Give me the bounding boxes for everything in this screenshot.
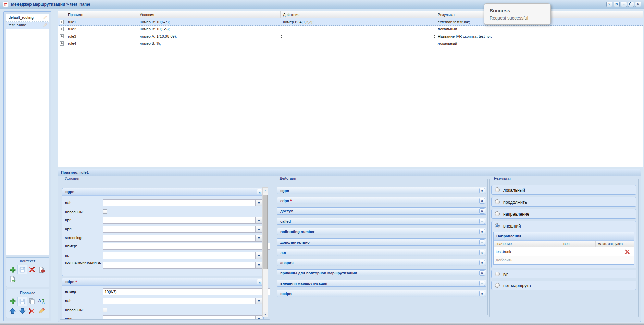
cell-actions-focused[interactable] bbox=[281, 33, 435, 40]
expand-icon[interactable]: » bbox=[479, 270, 485, 276]
column-header-max-load[interactable]: макс. загрузка bbox=[596, 240, 624, 247]
expand-icon[interactable]: » bbox=[479, 188, 485, 193]
table-row[interactable]: rule3 номер A: 1(10,08-09); Название IVR… bbox=[58, 33, 643, 40]
expand-icon[interactable]: » bbox=[479, 260, 485, 265]
expand-icon[interactable]: » bbox=[479, 198, 485, 204]
chevron-down-icon[interactable] bbox=[255, 252, 262, 259]
action-section-called[interactable]: called » bbox=[277, 218, 486, 225]
copy-rule-button[interactable] bbox=[27, 297, 37, 306]
chevron-down-icon[interactable] bbox=[255, 200, 262, 206]
radio-selected-icon[interactable] bbox=[495, 223, 500, 228]
expand-icon[interactable]: » bbox=[479, 219, 485, 224]
chevron-down-icon[interactable] bbox=[255, 298, 262, 304]
apri-combo[interactable] bbox=[103, 226, 262, 233]
collapse-icon[interactable]: » bbox=[257, 189, 262, 194]
cdpn-incomplete-checkbox[interactable] bbox=[103, 308, 107, 312]
cdpn-section-header[interactable]: cdpn* » bbox=[62, 278, 263, 286]
action-section-external-routing[interactable]: внешняя маршрутизация » bbox=[277, 280, 486, 287]
rename-rule-button[interactable]: AB bbox=[37, 297, 46, 306]
ni-input[interactable] bbox=[103, 252, 262, 259]
radio-icon[interactable] bbox=[495, 283, 500, 288]
action-section-log[interactable]: лог » bbox=[277, 249, 486, 256]
minimize-button[interactable]: – bbox=[621, 2, 627, 7]
export-context-button[interactable] bbox=[8, 274, 17, 284]
cdpn-inni-combo[interactable] bbox=[103, 315, 262, 320]
sidebar-item-test-name[interactable]: test_name bbox=[6, 22, 49, 29]
row-expander[interactable] bbox=[58, 26, 65, 32]
move-down-rule-button[interactable] bbox=[17, 306, 27, 316]
import-context-button[interactable] bbox=[37, 265, 46, 274]
radio-icon[interactable] bbox=[495, 199, 500, 204]
table-row[interactable]: rule4 номер B: %; локальный bbox=[58, 40, 643, 47]
column-header-value[interactable]: значение bbox=[494, 240, 561, 247]
cdpn-inni-input[interactable] bbox=[103, 315, 262, 320]
sidebar-item-default-routing[interactable]: default_routing bbox=[6, 14, 49, 22]
chevron-down-icon[interactable] bbox=[255, 217, 262, 223]
result-option-external[interactable]: внешний Направления значение вес макс. з… bbox=[491, 221, 636, 268]
restore-button[interactable] bbox=[628, 2, 634, 7]
scroll-up-icon[interactable]: ▲ bbox=[263, 188, 268, 193]
collapse-icon[interactable]: » bbox=[257, 279, 262, 284]
column-header-conditions[interactable]: Условия bbox=[137, 11, 281, 18]
screening-input[interactable] bbox=[103, 235, 262, 242]
result-option-no-route[interactable]: нет маршрута bbox=[491, 281, 636, 290]
add-rule-button[interactable] bbox=[8, 297, 17, 306]
scrollbar-thumb[interactable] bbox=[263, 195, 268, 269]
action-section-rerouting-reasons[interactable]: причины для повторной маршрутизации » bbox=[277, 269, 486, 276]
cdpn-nai-combo[interactable] bbox=[103, 298, 262, 304]
scroll-down-icon[interactable]: ▼ bbox=[263, 312, 268, 317]
number-input[interactable] bbox=[103, 243, 270, 250]
expand-icon[interactable]: » bbox=[479, 208, 485, 214]
row-expander[interactable] bbox=[58, 40, 65, 47]
monitoring-group-input[interactable] bbox=[103, 262, 262, 269]
refresh-button[interactable]: ↻ bbox=[614, 2, 620, 7]
result-option-local[interactable]: локальный bbox=[491, 185, 636, 195]
result-option-direction[interactable]: направление bbox=[491, 209, 636, 219]
action-section-ocdpn[interactable]: ocdpn » bbox=[277, 290, 486, 297]
action-section-failure[interactable]: авария » bbox=[277, 259, 486, 266]
chevron-down-icon[interactable] bbox=[255, 226, 262, 232]
cgpn-section-header[interactable]: cgpn » bbox=[62, 188, 263, 196]
add-direction-row[interactable]: Добавить... bbox=[494, 256, 634, 264]
close-button[interactable]: × bbox=[635, 2, 641, 7]
row-expander[interactable] bbox=[58, 33, 65, 40]
edit-rule-button[interactable] bbox=[37, 306, 46, 316]
table-row[interactable]: rule1 номер B: 10(6-7); номер B: 4{1,2,3… bbox=[58, 18, 643, 26]
conditions-scrollbar[interactable]: ▲ ▼ bbox=[262, 187, 268, 317]
expand-icon[interactable]: » bbox=[479, 250, 485, 255]
save-rule-button[interactable] bbox=[17, 297, 27, 306]
chevron-down-icon[interactable] bbox=[255, 235, 262, 241]
incomplete-checkbox[interactable] bbox=[103, 209, 107, 214]
radio-icon[interactable] bbox=[495, 211, 500, 216]
delete-rule-button[interactable] bbox=[27, 306, 37, 316]
expand-icon[interactable]: » bbox=[479, 239, 485, 245]
column-header-actions[interactable]: Действия bbox=[281, 11, 435, 18]
result-option-continue[interactable]: продолжить bbox=[491, 197, 636, 207]
delete-context-button[interactable] bbox=[27, 265, 37, 274]
expand-icon[interactable]: » bbox=[479, 291, 485, 296]
edit-pencil-icon[interactable] bbox=[42, 23, 47, 30]
monitoring-group-combo[interactable] bbox=[103, 262, 262, 269]
expand-icon[interactable]: » bbox=[479, 229, 485, 234]
action-section-cgpn[interactable]: cgpn » bbox=[277, 187, 486, 194]
column-header-weight[interactable]: вес bbox=[561, 240, 596, 247]
npi-combo[interactable] bbox=[103, 217, 262, 224]
chevron-down-icon[interactable] bbox=[255, 316, 262, 320]
column-header-rule[interactable]: Правило bbox=[65, 11, 137, 18]
edit-pencil-icon[interactable] bbox=[42, 15, 47, 22]
delete-direction-button[interactable] bbox=[624, 249, 631, 255]
apri-input[interactable] bbox=[103, 226, 262, 233]
action-section-access[interactable]: доступ » bbox=[277, 207, 486, 214]
save-context-button[interactable] bbox=[17, 265, 27, 274]
add-context-button[interactable] bbox=[8, 265, 17, 274]
ni-combo[interactable] bbox=[103, 252, 262, 259]
nai-combo[interactable] bbox=[103, 199, 262, 206]
radio-icon[interactable] bbox=[495, 187, 500, 192]
screening-combo[interactable] bbox=[103, 235, 262, 242]
table-row[interactable]: rule2 номер B: 10(1-5); локальный bbox=[58, 26, 643, 33]
cdpn-nai-input[interactable] bbox=[103, 298, 262, 304]
move-up-rule-button[interactable] bbox=[8, 306, 17, 316]
radio-icon[interactable] bbox=[495, 272, 500, 276]
action-section-additional[interactable]: дополнительно » bbox=[277, 238, 486, 246]
cdpn-number-input[interactable] bbox=[103, 288, 270, 295]
